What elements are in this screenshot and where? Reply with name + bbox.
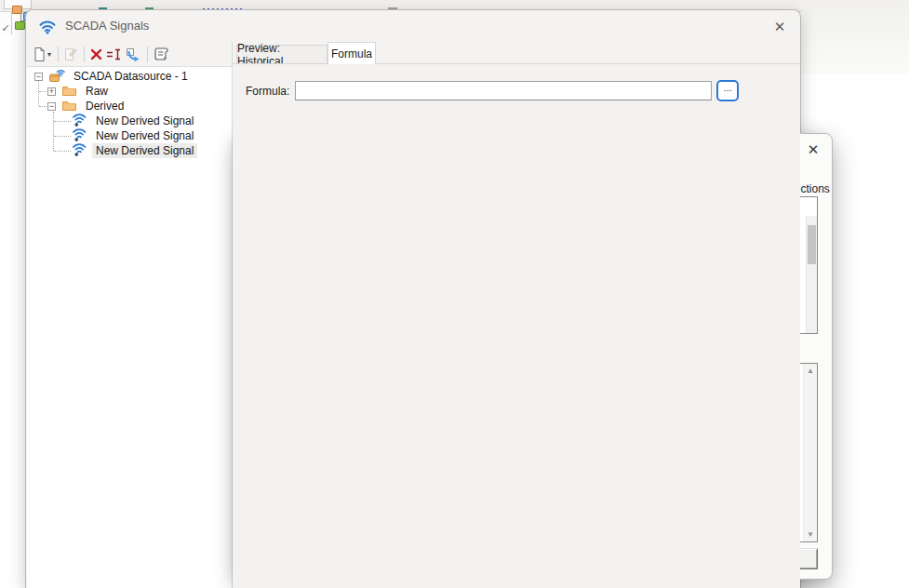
window-close-button[interactable]: ✕ — [770, 18, 789, 36]
tree-item-label: SCADA Datasource - 1 — [70, 69, 192, 84]
tree-connector — [53, 112, 54, 151]
tree-expander-icon[interactable]: − — [34, 73, 43, 81]
background-checkmark: ✓ — [0, 12, 12, 34]
tree-expander-icon[interactable]: + — [47, 87, 56, 96]
formula-label: Formula: — [246, 85, 289, 98]
tree-item-datasource[interactable]: − SCADA Datasource - 1 — [27, 69, 232, 84]
tree-expander-icon[interactable]: − — [47, 102, 56, 111]
edit-signal-button-disabled[interactable] — [63, 47, 77, 62]
tree-item-derived[interactable]: − Derived — [27, 99, 232, 114]
signal-tree-panel: ▾ — [26, 42, 232, 588]
tree-item-label: New Derived Signal — [92, 143, 197, 158]
rename-signal-button[interactable] — [105, 47, 123, 61]
scroll-up-icon[interactable]: ▲ — [804, 364, 817, 378]
tree-connector — [38, 81, 39, 106]
toolbar-separator — [58, 47, 59, 62]
dialog-close-button[interactable]: ✕ — [803, 140, 823, 160]
formula-input[interactable] — [295, 81, 712, 100]
new-signal-button[interactable]: ▾ — [33, 47, 51, 62]
background-area — [801, 0, 909, 74]
folder-icon — [61, 84, 77, 100]
toolbar-separator — [147, 47, 148, 62]
tree-item-label: Derived — [82, 99, 127, 114]
tree-item-raw[interactable]: + Raw — [27, 84, 232, 99]
tab-preview-historical[interactable]: Preview: Historical — [236, 45, 328, 64]
expression-scrollbar[interactable]: ▲ ▼ — [803, 364, 817, 541]
derived-signal-icon — [72, 142, 87, 160]
scroll-down-icon[interactable]: ▼ — [804, 528, 817, 541]
tree-connector — [39, 106, 48, 107]
window-titlebar[interactable]: SCADA Signals ✕ — [26, 10, 800, 42]
tree-connector — [54, 136, 71, 137]
tree-toolbar: ▾ — [26, 42, 232, 66]
signal-tree: − SCADA Datasource - 1 + — [27, 66, 232, 588]
tab-formula[interactable]: Formula — [328, 42, 376, 64]
tree-connector — [39, 91, 48, 92]
formula-browse-button[interactable]: ... — [716, 80, 739, 101]
tree-item-label: Raw — [82, 84, 112, 99]
script-button[interactable] — [153, 47, 168, 61]
scada-signals-window: SCADA Signals ✕ ▾ — [25, 9, 801, 588]
formula-tab-content: Formula: ... — [233, 63, 800, 588]
detail-panel: Preview: Historical Formula Formula: ... — [232, 42, 800, 588]
import-signal-button[interactable] — [125, 47, 140, 62]
toolbar-separator — [84, 47, 85, 62]
tree-item-label: New Derived Signal — [92, 128, 197, 143]
wifi-icon — [38, 17, 57, 39]
delete-signal-button[interactable] — [89, 47, 103, 61]
dropdown-caret-icon: ▾ — [47, 50, 51, 59]
scrollbar-thumb[interactable] — [808, 225, 816, 264]
tree-connector — [54, 121, 71, 122]
window-title: SCADA Signals — [65, 10, 149, 42]
math-functions-scrollbar[interactable] — [806, 216, 817, 333]
tree-connector — [54, 151, 71, 152]
tree-item-label: New Derived Signal — [92, 114, 197, 128]
